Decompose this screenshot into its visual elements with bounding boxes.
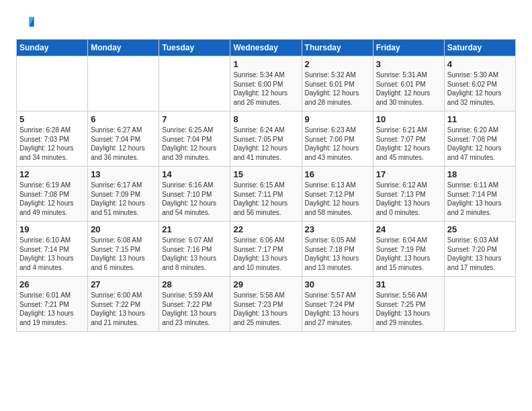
- day-number: 27: [91, 279, 156, 289]
- day-info: Sunrise: 5:58 AM Sunset: 7:23 PM Dayligh…: [233, 291, 298, 327]
- calendar-cell: 14Sunrise: 6:16 AM Sunset: 7:10 PM Dayli…: [159, 167, 230, 222]
- day-number: 25: [447, 224, 513, 234]
- day-info: Sunrise: 6:25 AM Sunset: 7:04 PM Dayligh…: [162, 126, 227, 162]
- day-number: 10: [376, 114, 441, 124]
- dow-header-wednesday: Wednesday: [230, 40, 302, 56]
- calendar-cell: [159, 56, 230, 111]
- page-header: [16, 13, 516, 32]
- day-number: 11: [447, 114, 513, 124]
- calendar-cell: 18Sunrise: 6:11 AM Sunset: 7:14 PM Dayli…: [444, 167, 515, 222]
- day-info: Sunrise: 6:04 AM Sunset: 7:19 PM Dayligh…: [376, 236, 441, 272]
- day-info: Sunrise: 5:56 AM Sunset: 7:25 PM Dayligh…: [376, 291, 441, 327]
- calendar-cell: 2Sunrise: 5:32 AM Sunset: 6:01 PM Daylig…: [302, 56, 373, 111]
- calendar-cell: 20Sunrise: 6:08 AM Sunset: 7:15 PM Dayli…: [88, 222, 159, 277]
- calendar-cell: 24Sunrise: 6:04 AM Sunset: 7:19 PM Dayli…: [373, 222, 444, 277]
- calendar-cell: 4Sunrise: 5:30 AM Sunset: 6:02 PM Daylig…: [444, 56, 515, 111]
- day-number: 23: [305, 224, 370, 234]
- calendar-cell: 1Sunrise: 5:34 AM Sunset: 6:00 PM Daylig…: [230, 56, 302, 111]
- day-info: Sunrise: 6:15 AM Sunset: 7:11 PM Dayligh…: [233, 181, 298, 217]
- day-info: Sunrise: 6:07 AM Sunset: 7:16 PM Dayligh…: [162, 236, 227, 272]
- day-info: Sunrise: 6:16 AM Sunset: 7:10 PM Dayligh…: [162, 181, 227, 217]
- calendar-cell: 10Sunrise: 6:21 AM Sunset: 7:07 PM Dayli…: [373, 111, 444, 167]
- day-info: Sunrise: 6:05 AM Sunset: 7:18 PM Dayligh…: [305, 236, 370, 272]
- day-number: 2: [305, 59, 370, 69]
- day-info: Sunrise: 6:11 AM Sunset: 7:14 PM Dayligh…: [447, 181, 513, 217]
- day-number: 28: [162, 279, 227, 289]
- week-row-4: 19Sunrise: 6:10 AM Sunset: 7:14 PM Dayli…: [17, 222, 516, 277]
- day-info: Sunrise: 6:28 AM Sunset: 7:03 PM Dayligh…: [19, 126, 85, 162]
- day-number: 9: [305, 114, 370, 124]
- calendar-cell: 7Sunrise: 6:25 AM Sunset: 7:04 PM Daylig…: [159, 111, 230, 167]
- day-info: Sunrise: 6:08 AM Sunset: 7:15 PM Dayligh…: [91, 236, 156, 272]
- calendar-cell: 28Sunrise: 5:59 AM Sunset: 7:22 PM Dayli…: [159, 277, 230, 332]
- day-number: 16: [305, 169, 370, 179]
- week-row-1: 1Sunrise: 5:34 AM Sunset: 6:00 PM Daylig…: [17, 56, 516, 111]
- day-number: 15: [233, 169, 298, 179]
- day-info: Sunrise: 6:21 AM Sunset: 7:07 PM Dayligh…: [376, 126, 441, 162]
- week-row-3: 12Sunrise: 6:19 AM Sunset: 7:08 PM Dayli…: [17, 167, 516, 222]
- day-info: Sunrise: 6:24 AM Sunset: 7:05 PM Dayligh…: [233, 126, 298, 162]
- day-info: Sunrise: 6:27 AM Sunset: 7:04 PM Dayligh…: [91, 126, 156, 162]
- day-info: Sunrise: 6:12 AM Sunset: 7:13 PM Dayligh…: [376, 181, 441, 217]
- day-number: 29: [233, 279, 298, 289]
- day-number: 4: [447, 59, 513, 69]
- day-info: Sunrise: 6:17 AM Sunset: 7:09 PM Dayligh…: [91, 181, 156, 217]
- calendar-cell: 23Sunrise: 6:05 AM Sunset: 7:18 PM Dayli…: [302, 222, 373, 277]
- day-info: Sunrise: 6:03 AM Sunset: 7:20 PM Dayligh…: [447, 236, 513, 272]
- day-number: 14: [162, 169, 227, 179]
- logo: [16, 13, 38, 32]
- dow-header-monday: Monday: [88, 40, 159, 56]
- calendar-cell: 25Sunrise: 6:03 AM Sunset: 7:20 PM Dayli…: [444, 222, 515, 277]
- day-number: 20: [91, 224, 156, 234]
- week-row-2: 5Sunrise: 6:28 AM Sunset: 7:03 PM Daylig…: [17, 111, 516, 167]
- calendar-cell: 12Sunrise: 6:19 AM Sunset: 7:08 PM Dayli…: [17, 167, 88, 222]
- day-info: Sunrise: 5:31 AM Sunset: 6:01 PM Dayligh…: [376, 71, 441, 107]
- calendar-cell: 9Sunrise: 6:23 AM Sunset: 7:06 PM Daylig…: [302, 111, 373, 167]
- day-number: 21: [162, 224, 227, 234]
- day-info: Sunrise: 6:01 AM Sunset: 7:21 PM Dayligh…: [19, 291, 85, 327]
- day-number: 31: [376, 279, 441, 289]
- day-number: 3: [376, 59, 441, 69]
- calendar-cell: 22Sunrise: 6:06 AM Sunset: 7:17 PM Dayli…: [230, 222, 302, 277]
- calendar-cell: 3Sunrise: 5:31 AM Sunset: 6:01 PM Daylig…: [373, 56, 444, 111]
- day-info: Sunrise: 6:19 AM Sunset: 7:08 PM Dayligh…: [19, 181, 85, 217]
- calendar-cell: 6Sunrise: 6:27 AM Sunset: 7:04 PM Daylig…: [88, 111, 159, 167]
- day-info: Sunrise: 6:10 AM Sunset: 7:14 PM Dayligh…: [19, 236, 85, 272]
- day-number: 19: [19, 224, 85, 234]
- calendar-cell: [88, 56, 159, 111]
- day-number: 22: [233, 224, 298, 234]
- calendar-cell: 8Sunrise: 6:24 AM Sunset: 7:05 PM Daylig…: [230, 111, 302, 167]
- calendar-table: SundayMondayTuesdayWednesdayThursdayFrid…: [16, 39, 516, 332]
- day-number: 17: [376, 169, 441, 179]
- day-info: Sunrise: 5:59 AM Sunset: 7:22 PM Dayligh…: [162, 291, 227, 327]
- day-info: Sunrise: 6:13 AM Sunset: 7:12 PM Dayligh…: [305, 181, 370, 217]
- calendar-cell: 30Sunrise: 5:57 AM Sunset: 7:24 PM Dayli…: [302, 277, 373, 332]
- dow-header-tuesday: Tuesday: [159, 40, 230, 56]
- day-info: Sunrise: 6:20 AM Sunset: 7:08 PM Dayligh…: [447, 126, 513, 162]
- day-number: 13: [91, 169, 156, 179]
- calendar-cell: [17, 56, 88, 111]
- calendar-cell: 27Sunrise: 6:00 AM Sunset: 7:22 PM Dayli…: [88, 277, 159, 332]
- day-info: Sunrise: 5:34 AM Sunset: 6:00 PM Dayligh…: [233, 71, 298, 107]
- calendar-cell: 26Sunrise: 6:01 AM Sunset: 7:21 PM Dayli…: [17, 277, 88, 332]
- calendar-cell: 19Sunrise: 6:10 AM Sunset: 7:14 PM Dayli…: [17, 222, 88, 277]
- calendar-cell: 21Sunrise: 6:07 AM Sunset: 7:16 PM Dayli…: [159, 222, 230, 277]
- day-number: 7: [162, 114, 227, 124]
- day-info: Sunrise: 6:00 AM Sunset: 7:22 PM Dayligh…: [91, 291, 156, 327]
- day-number: 18: [447, 169, 513, 179]
- dow-header-saturday: Saturday: [444, 40, 515, 56]
- day-info: Sunrise: 5:30 AM Sunset: 6:02 PM Dayligh…: [447, 71, 513, 107]
- dow-header-thursday: Thursday: [302, 40, 373, 56]
- day-number: 26: [19, 279, 85, 289]
- day-info: Sunrise: 5:57 AM Sunset: 7:24 PM Dayligh…: [305, 291, 370, 327]
- day-info: Sunrise: 6:23 AM Sunset: 7:06 PM Dayligh…: [305, 126, 370, 162]
- calendar-cell: 17Sunrise: 6:12 AM Sunset: 7:13 PM Dayli…: [373, 167, 444, 222]
- calendar-cell: 31Sunrise: 5:56 AM Sunset: 7:25 PM Dayli…: [373, 277, 444, 332]
- day-info: Sunrise: 6:06 AM Sunset: 7:17 PM Dayligh…: [233, 236, 298, 272]
- dow-header-friday: Friday: [373, 40, 444, 56]
- dow-header-sunday: Sunday: [17, 40, 88, 56]
- calendar-header: SundayMondayTuesdayWednesdayThursdayFrid…: [17, 40, 516, 56]
- day-number: 1: [233, 59, 298, 69]
- calendar-cell: 5Sunrise: 6:28 AM Sunset: 7:03 PM Daylig…: [17, 111, 88, 167]
- calendar-cell: 16Sunrise: 6:13 AM Sunset: 7:12 PM Dayli…: [302, 167, 373, 222]
